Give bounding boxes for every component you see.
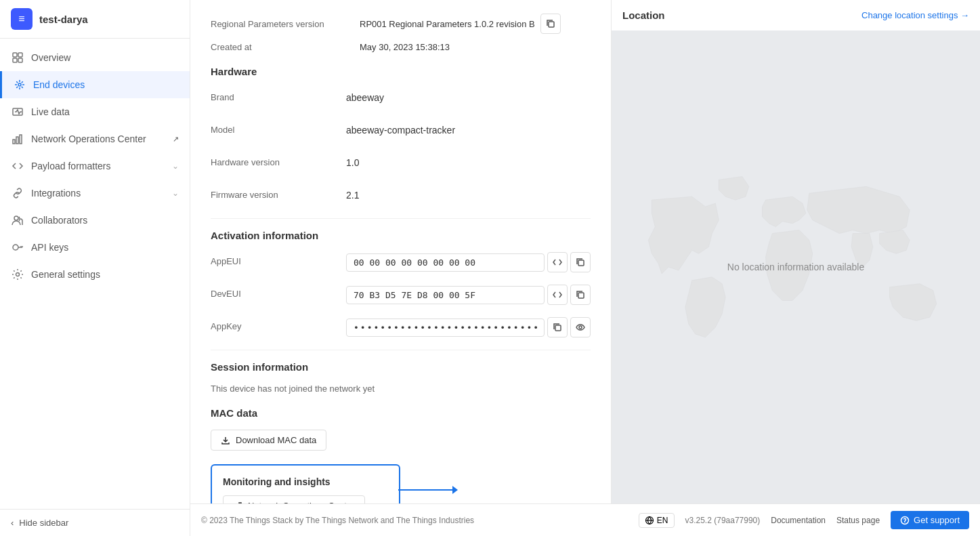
svg-rect-6 [13, 140, 15, 144]
monitoring-insights-card: Monitoring and insights Network Operatio… [211, 464, 400, 503]
sidebar-item-noc[interactable]: Network Operations Center ↗ [0, 125, 190, 152]
app-eui-code-button[interactable] [547, 252, 568, 272]
app-eui-label: AppEUI [211, 252, 346, 266]
language-button[interactable]: EN [639, 513, 675, 528]
brand-value: abeeway [346, 88, 591, 103]
arrow-head [452, 486, 458, 494]
app-name: test-darya [39, 14, 88, 25]
sidebar-item-label-payload: Payload formatters [31, 161, 165, 171]
chevron-left-icon: ‹ [11, 518, 14, 528]
brand-label: Brand [211, 88, 346, 102]
app-eui-input[interactable] [346, 253, 545, 272]
settings-icon [11, 268, 24, 281]
regional-params-copy-button[interactable] [540, 14, 561, 34]
chevron-down-icon-2: ⌄ [172, 188, 179, 198]
svg-rect-12 [549, 22, 554, 27]
download-mac-button[interactable]: Download MAC data [211, 430, 326, 451]
content-area: Regional Parameters version RP001 Region… [190, 0, 980, 503]
session-text: This device has not joined the network y… [211, 384, 591, 394]
sidebar-item-live-data[interactable]: Live data [0, 98, 190, 125]
svg-point-10 [13, 245, 18, 250]
bar-chart-icon [11, 132, 24, 146]
sidebar-item-integrations[interactable]: Integrations ⌄ [0, 180, 190, 207]
map-no-info-text: No location information available [727, 262, 864, 272]
hw-version-value: 1.0 [346, 153, 591, 168]
change-location-link[interactable]: Change location settings → [861, 10, 969, 20]
key-icon [11, 241, 24, 254]
language-label: EN [657, 516, 668, 525]
svg-point-9 [14, 216, 18, 220]
regional-params-value-group: RP001 Regional Parameters 1.0.2 revision… [360, 14, 561, 34]
hw-version-label: Hardware version [211, 153, 346, 167]
noc-btn-label: Network Operations Center [248, 501, 355, 503]
divider-1 [211, 218, 591, 219]
sidebar-footer: ‹ Hide sidebar [0, 509, 190, 536]
model-row: Model abeeway-compact-tracker [211, 121, 591, 142]
sidebar-item-label-collaborators: Collaborators [31, 215, 179, 226]
noc-button[interactable]: Network Operations Center [223, 495, 365, 503]
svg-point-16 [579, 326, 582, 329]
dev-eui-code-button[interactable] [547, 285, 568, 305]
get-support-label: Get support [914, 515, 960, 525]
sidebar-item-label-general-settings: General settings [31, 269, 179, 280]
sidebar: ≡ test-darya Overview [0, 0, 190, 536]
app-eui-row: AppEUI [211, 252, 591, 274]
app-key-copy-button[interactable] [547, 317, 568, 337]
detail-panel: Regional Parameters version RP001 Region… [190, 0, 611, 503]
hide-sidebar-button[interactable]: ‹ Hide sidebar [11, 518, 179, 528]
brand-row: Brand abeeway [211, 88, 591, 110]
created-at-row: Created at May 30, 2023 15:38:13 [211, 42, 591, 52]
dev-eui-input-group [346, 285, 591, 305]
globe-icon [645, 516, 654, 525]
sidebar-item-general-settings[interactable]: General settings [0, 261, 190, 288]
dev-eui-input[interactable] [346, 286, 545, 304]
svg-rect-19 [239, 503, 241, 504]
activation-section-header: Activation information [211, 230, 591, 241]
download-mac-label: Download MAC data [236, 435, 316, 445]
activity-icon [11, 105, 24, 119]
sidebar-item-api-keys[interactable]: API keys [0, 234, 190, 261]
app-logo-icon: ≡ [11, 8, 33, 30]
hide-sidebar-label: Hide sidebar [19, 518, 68, 528]
footer-version: v3.25.2 (79aa77990) [685, 516, 761, 525]
status-page-link[interactable]: Status page [836, 516, 880, 525]
support-icon [900, 516, 910, 525]
app-eui-input-group [346, 252, 591, 272]
app-key-input[interactable] [346, 318, 545, 337]
footer-copyright: © 2023 The Things Stack by The Things Ne… [201, 516, 474, 525]
svg-point-11 [16, 273, 20, 276]
grid-icon [11, 51, 24, 64]
documentation-link[interactable]: Documentation [771, 516, 826, 525]
location-title: Location [622, 9, 665, 21]
sidebar-item-label-overview: Overview [31, 52, 179, 63]
sidebar-item-payload-formatters[interactable]: Payload formatters ⌄ [0, 152, 190, 180]
app-key-reveal-button[interactable] [570, 317, 591, 337]
dev-eui-label: DevEUI [211, 285, 346, 299]
users-icon [11, 213, 24, 227]
download-icon [221, 436, 230, 445]
sidebar-logo: ≡ test-darya [0, 0, 190, 39]
fw-version-label: Firmware version [211, 186, 346, 200]
sidebar-item-collaborators[interactable]: Collaborators [0, 207, 190, 234]
chevron-down-icon: ⌄ [172, 161, 179, 171]
top-info: Regional Parameters version RP001 Region… [211, 14, 591, 52]
regional-params-label: Regional Parameters version [211, 19, 360, 29]
footer-right: EN v3.25.2 (79aa77990) Documentation Sta… [639, 511, 969, 529]
arrow-indicator [398, 486, 458, 494]
map-panel: Location Change location settings → [611, 0, 980, 503]
hardware-section-header: Hardware [211, 66, 591, 77]
sidebar-item-overview[interactable]: Overview [0, 44, 190, 71]
app-eui-copy-button[interactable] [570, 252, 591, 272]
svg-rect-2 [13, 58, 17, 62]
external-link-icon: ↗ [173, 135, 179, 144]
get-support-button[interactable]: Get support [891, 511, 969, 529]
regional-params-value: RP001 Regional Parameters 1.0.2 revision… [360, 19, 535, 29]
noc-bar-chart-icon [233, 501, 242, 504]
divider-2 [211, 350, 591, 350]
svg-rect-14 [578, 293, 584, 298]
mac-data-section-header: MAC data [211, 407, 591, 419]
svg-rect-1 [18, 53, 22, 57]
dev-eui-copy-button[interactable] [570, 285, 591, 305]
sidebar-item-end-devices[interactable]: End devices [0, 71, 190, 98]
model-value: abeeway-compact-tracker [346, 121, 591, 136]
